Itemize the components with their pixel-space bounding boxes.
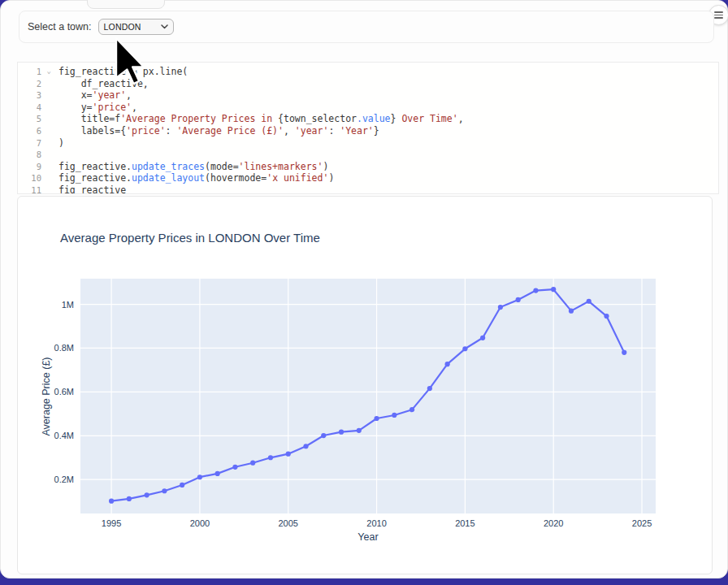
x-tick-label: 2020 bbox=[544, 518, 563, 528]
data-point[interactable] bbox=[303, 444, 308, 448]
data-point[interactable] bbox=[604, 314, 609, 318]
data-point[interactable] bbox=[180, 483, 184, 488]
y-tick-label: 0.8M bbox=[38, 343, 74, 353]
x-tick-label: 2000 bbox=[190, 518, 210, 528]
line-number: 3 bbox=[18, 89, 46, 102]
data-point[interactable] bbox=[551, 287, 556, 292]
data-point[interactable] bbox=[374, 416, 379, 421]
data-point[interactable] bbox=[480, 336, 485, 340]
data-point[interactable] bbox=[197, 474, 202, 479]
code-text: x='year', bbox=[46, 89, 132, 102]
town-selector-cell: Select a town: LONDON bbox=[19, 11, 714, 43]
line-number: 5 bbox=[18, 113, 46, 125]
code-editor[interactable]: 1⌄fig_reactive = px.line(2 df_reactive,3… bbox=[17, 62, 719, 194]
line-number: 2 bbox=[18, 78, 46, 90]
data-point[interactable] bbox=[162, 488, 167, 493]
data-point[interactable] bbox=[232, 465, 237, 470]
x-tick-label: 2005 bbox=[278, 518, 297, 528]
code-line: 7) bbox=[18, 137, 718, 150]
line-number: 1⌄ bbox=[18, 66, 46, 78]
x-tick-label: 2015 bbox=[455, 518, 474, 528]
chevron-down-icon bbox=[161, 24, 168, 29]
data-point[interactable] bbox=[109, 499, 114, 504]
data-point[interactable] bbox=[445, 362, 450, 366]
line-number: 9 bbox=[18, 161, 46, 173]
code-line: 2 df_reactive, bbox=[18, 78, 718, 90]
x-tick-label: 1995 bbox=[102, 518, 121, 528]
town-selector-label: Select a town: bbox=[28, 21, 92, 32]
code-line: 5 title=f'Average Property Prices in {to… bbox=[18, 113, 718, 125]
data-point[interactable] bbox=[410, 407, 414, 412]
code-line: 3 x='year', bbox=[18, 89, 718, 102]
data-point[interactable] bbox=[286, 452, 291, 457]
data-point[interactable] bbox=[250, 461, 255, 466]
line-number: 6 bbox=[18, 125, 46, 137]
x-axis-title: Year bbox=[358, 531, 378, 543]
chart-output-cell: Average Property Prices in LONDON Over T… bbox=[17, 196, 713, 574]
data-point[interactable] bbox=[427, 386, 432, 391]
town-select-dropdown[interactable]: LONDON bbox=[98, 19, 174, 35]
code-text bbox=[46, 149, 58, 161]
code-text: df_reactive, bbox=[46, 78, 149, 90]
notebook-panel: Select a town: LONDON 1⌄fig_reactive = p… bbox=[0, 0, 728, 578]
data-point[interactable] bbox=[127, 496, 132, 501]
data-point[interactable] bbox=[321, 433, 326, 438]
data-point[interactable] bbox=[215, 471, 220, 476]
code-line: 1⌄fig_reactive = px.line( bbox=[18, 66, 718, 78]
code-text: title=f'Average Property Prices in {town… bbox=[46, 113, 464, 125]
code-line: 10fig_reactive.update_layout(hovermode='… bbox=[18, 172, 718, 184]
line-number: 11 bbox=[18, 184, 46, 194]
x-tick-label: 2025 bbox=[632, 518, 652, 528]
y-tick-label: 1M bbox=[38, 300, 74, 310]
code-line: 6 labels={'price': 'Average Price (£)', … bbox=[18, 125, 718, 137]
line-number: 10 bbox=[18, 172, 46, 184]
data-point[interactable] bbox=[498, 305, 503, 310]
code-line: 4 y='price', bbox=[18, 102, 718, 114]
data-point[interactable] bbox=[569, 309, 574, 314]
chevron-down-icon[interactable]: ⌄ bbox=[47, 65, 51, 77]
code-text: y='price', bbox=[46, 102, 137, 114]
cut-off-toolbar bbox=[87, 0, 165, 9]
code-line: 8 bbox=[18, 149, 718, 161]
data-point[interactable] bbox=[622, 350, 626, 355]
data-point[interactable] bbox=[392, 413, 396, 418]
marimo-notebook-app: { "app": { "background_color": "#34309e"… bbox=[0, 0, 728, 585]
x-tick-label: 2010 bbox=[366, 518, 386, 528]
code-text: ) bbox=[46, 137, 64, 150]
code-text: fig_reactive.update_traces(mode='lines+m… bbox=[46, 161, 328, 173]
data-point[interactable] bbox=[339, 430, 344, 435]
hamburger-menu-icon bbox=[714, 11, 723, 19]
data-point[interactable] bbox=[268, 455, 273, 460]
line-number: 7 bbox=[18, 137, 46, 150]
town-select-value: LONDON bbox=[104, 22, 141, 32]
data-point[interactable] bbox=[145, 492, 150, 497]
code-line: 11fig_reactive bbox=[18, 184, 718, 194]
line-chart[interactable] bbox=[18, 197, 713, 575]
code-text: fig_reactive.update_layout(hovermode='x … bbox=[46, 172, 334, 184]
code-text: fig_reactive bbox=[46, 184, 126, 194]
data-point[interactable] bbox=[516, 297, 521, 302]
data-point[interactable] bbox=[462, 346, 467, 351]
line-number: 4 bbox=[18, 102, 46, 114]
line-number: 8 bbox=[18, 149, 46, 161]
code-line: 9fig_reactive.update_traces(mode='lines+… bbox=[18, 161, 718, 173]
data-point[interactable] bbox=[357, 428, 362, 433]
y-tick-label: 0.2M bbox=[38, 474, 74, 484]
code-text: labels={'price': 'Average Price (£)', 'y… bbox=[46, 125, 379, 137]
y-tick-label: 0.4M bbox=[38, 431, 74, 440]
data-point[interactable] bbox=[587, 299, 592, 304]
code-text: fig_reactive = px.line( bbox=[46, 66, 188, 78]
data-point[interactable] bbox=[533, 288, 538, 292]
y-tick-label: 0.6M bbox=[38, 387, 74, 396]
